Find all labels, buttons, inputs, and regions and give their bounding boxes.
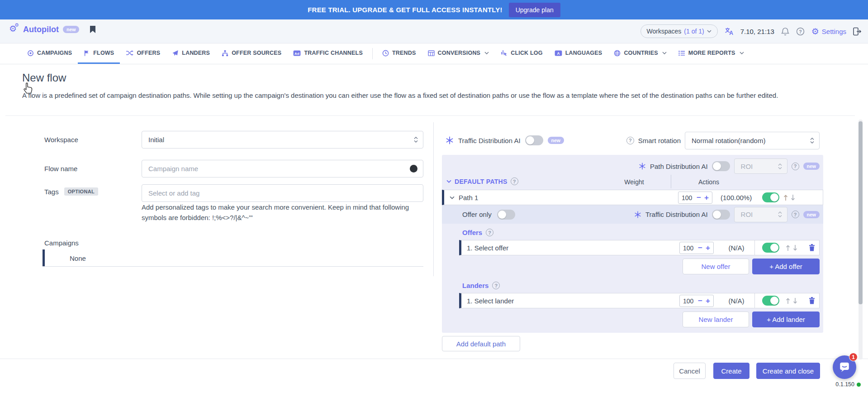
path-traffic-ai-help-icon[interactable]: ? [792,211,799,218]
path-row[interactable]: Path 1 100 − + (100.00%) [442,190,823,205]
workspace-select[interactable]: Initial [142,131,423,149]
default-paths-help-icon[interactable]: ? [511,177,518,185]
campaigns-row-divider [43,266,423,267]
move-up-icon[interactable] [783,194,788,201]
weight-increase-button[interactable]: + [706,297,710,305]
logout-icon[interactable] [853,27,862,36]
add-lander-button[interactable]: + Add lander [752,312,820,327]
lander-enabled-toggle[interactable] [762,296,779,306]
offers-section-header: Offers ? [462,229,493,236]
lander-row[interactable]: 1. Select lander 100 − + (N/A) [459,293,820,308]
default-paths-panel: Path Distribution AI ROI ? new DEFAULT P… [442,155,823,333]
create-button[interactable]: Create [713,363,749,379]
nav-trends[interactable]: TRENDS [376,43,422,64]
default-paths-header[interactable]: DEFAULT PATHS ? [446,177,518,185]
path-traffic-ai-toggle[interactable] [712,210,730,220]
svg-text:A: A [729,30,733,36]
weight-increase-button[interactable]: + [706,244,710,252]
app-header: ⚙ ⚙ Autopilot new Workspaces (1 of 1) A … [0,19,868,43]
tags-field-wrap [142,184,423,202]
upgrade-plan-button[interactable]: Upgrade plan [509,3,560,17]
path-ai-metric-select[interactable]: ROI [734,158,787,174]
color-dot-icon[interactable] [410,165,417,173]
path-ai-toggle[interactable] [712,161,730,171]
nav-offers[interactable]: OFFERS [120,43,166,64]
nav-offer-sources[interactable]: OFFER SOURCES [216,43,287,64]
new-offer-button[interactable]: New offer [683,259,749,274]
lander-weight-stepper[interactable]: 100 − + [679,295,714,307]
globe-icon [614,50,621,57]
chevron-down-icon [446,180,451,183]
path-enabled-toggle[interactable] [762,192,779,202]
workspaces-dropdown[interactable]: Workspaces (1 of 1) [640,24,718,38]
traffic-ai-toggle[interactable] [525,135,543,145]
smart-rotation-help-icon[interactable]: ? [626,137,634,144]
nav-conversions[interactable]: CONVERSIONS [422,43,495,64]
brand-new-badge: new [63,26,79,33]
move-down-icon[interactable] [791,194,795,201]
bell-icon[interactable] [781,27,789,36]
settings-button[interactable]: ⚙ Settings [811,27,846,36]
offer-weight-stepper[interactable]: 100 − + [679,242,714,254]
smart-rotation-label: Smart rotation [638,137,681,144]
nav-traffic-channels[interactable]: Ad TRAFFIC CHANNELS [287,43,369,64]
smart-rotation-value: Normal rotation(random) [692,137,765,144]
lander-row-label[interactable]: 1. Select lander [467,297,514,305]
create-and-close-button[interactable]: Create and close [756,363,820,379]
nav-landers[interactable]: LANDERS [166,43,216,64]
nav-flows[interactable]: FLOWS [78,43,120,64]
offer-only-toggle[interactable] [497,210,515,220]
path-ai-help-icon[interactable]: ? [792,163,799,170]
path-weight-share: (100.00%) [721,194,752,201]
add-default-path-button[interactable]: Add default path [442,336,520,351]
offer-row[interactable]: 1. Select offer 100 − + (N/A) [459,240,820,255]
delete-icon[interactable] [809,244,815,251]
smart-rotation-select[interactable]: Normal rotation(random) [685,132,820,149]
select-chevrons-icon [413,136,418,143]
delete-icon[interactable] [809,297,815,304]
tags-input[interactable] [142,184,423,202]
weight-decrease-button[interactable]: − [698,244,702,252]
flow-name-input[interactable] [142,160,423,177]
cancel-button[interactable]: Cancel [674,363,706,379]
weight-increase-button[interactable]: + [704,194,709,201]
move-down-icon[interactable] [793,244,797,251]
path-weight-stepper[interactable]: 100 − + [678,192,712,204]
add-offer-button[interactable]: + Add offer [752,259,820,274]
chevron-down-icon [450,196,455,199]
path-traffic-ai-metric-select[interactable]: ROI [734,207,787,222]
ai-icon [639,163,646,170]
brand[interactable]: ⚙ ⚙ Autopilot new [9,24,96,34]
translate-icon[interactable]: A [725,27,734,35]
bookmark-icon[interactable] [90,25,96,34]
offer-row-label[interactable]: 1. Select offer [467,244,508,252]
nav-more-reports[interactable]: MORE REPORTS [673,43,750,64]
offer-enabled-toggle[interactable] [762,243,779,253]
move-down-icon[interactable] [793,297,797,304]
scrollbar-thumb[interactable] [859,121,863,304]
nav-click-log[interactable]: CLICK LOG [495,43,549,64]
landers-help-icon[interactable]: ? [492,282,500,289]
offer-weight-share: (N/A) [721,244,751,252]
offers-help-icon[interactable]: ? [486,229,493,236]
nav-countries[interactable]: COUNTRIES [608,43,672,64]
new-lander-button[interactable]: New lander [683,312,749,327]
help-icon[interactable]: ? [796,27,805,36]
section-divider [5,115,855,116]
lander-weight-value[interactable]: 100 [683,297,695,305]
landers-section-header: Landers ? [462,282,500,289]
move-up-icon[interactable] [786,244,790,251]
path-ai-row: Path Distribution AI ROI ? new [639,158,820,174]
nav-languages[interactable]: A LANGUAGES [549,43,608,64]
workspaces-label: Workspaces [647,28,682,35]
path-weight-value[interactable]: 100 [682,194,693,201]
traffic-ai-new-badge: new [548,137,564,144]
offer-weight-value[interactable]: 100 [683,244,695,252]
trial-banner-text: FREE TRIAL. UPGRADE & GET FULL ACCESS IN… [308,6,502,14]
workspace-label: Workspace [44,136,78,144]
weight-decrease-button[interactable]: − [697,194,701,201]
workspace-value: Initial [148,136,164,144]
move-up-icon[interactable] [786,297,790,304]
nav-campaigns[interactable]: CAMPAIGNS [21,43,78,64]
weight-decrease-button[interactable]: − [698,297,702,305]
